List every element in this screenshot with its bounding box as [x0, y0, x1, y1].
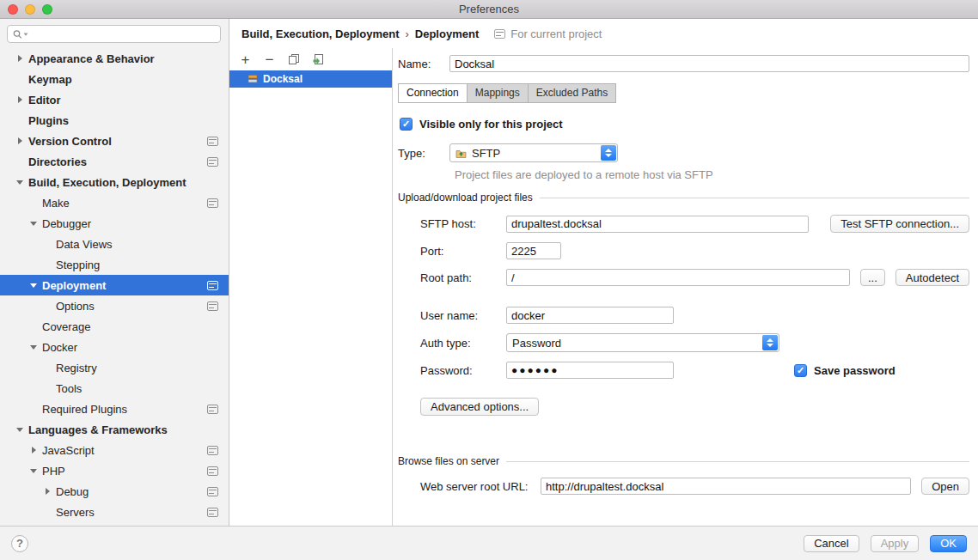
paste-server-icon[interactable] — [311, 52, 324, 66]
arrow-spacer — [15, 110, 28, 131]
expand-arrow-icon[interactable] — [15, 89, 28, 110]
help-button[interactable]: ? — [11, 535, 28, 552]
footer: ? Cancel Apply OK — [0, 526, 978, 560]
password-row: Password: ✓ Save password — [420, 362, 969, 379]
collapse-arrow-icon[interactable] — [29, 213, 42, 234]
dropdown-stepper-icon — [601, 145, 616, 161]
deployment-server-icon — [248, 74, 258, 84]
sidebar-item-make[interactable]: Make — [0, 192, 229, 213]
visible-only-checkbox[interactable]: ✓ — [400, 118, 413, 131]
sidebar-item-label: Coverage — [42, 320, 90, 333]
expand-arrow-icon[interactable] — [29, 440, 42, 460]
tab-excluded-paths[interactable]: Excluded Paths — [528, 83, 616, 103]
expand-arrow-icon[interactable] — [15, 131, 28, 151]
sidebar-item-deployment[interactable]: Deployment — [0, 275, 229, 295]
test-connection-button[interactable]: Test SFTP connection... — [830, 215, 969, 233]
apply-button[interactable]: Apply — [871, 535, 920, 552]
password-input[interactable] — [506, 362, 674, 379]
cancel-button[interactable]: Cancel — [804, 535, 859, 552]
sidebar-item-options[interactable]: Options — [0, 295, 229, 316]
sidebar-item-version-control[interactable]: Version Control — [0, 131, 229, 151]
sidebar-item-php[interactable]: PHP — [0, 460, 229, 481]
arrow-spacer — [15, 69, 28, 89]
type-label: Type: — [398, 147, 449, 160]
expand-arrow-icon[interactable] — [43, 481, 56, 502]
root-path-input[interactable] — [506, 269, 850, 286]
autodetect-button[interactable]: Autodetect — [895, 269, 969, 286]
collapse-arrow-icon[interactable] — [29, 460, 42, 481]
arrow-spacer — [43, 357, 56, 378]
remove-server-icon[interactable]: − — [263, 52, 276, 66]
settings-tree: Appearance & BehaviorKeymapEditorPlugins… — [0, 46, 229, 526]
sidebar-item-tools[interactable]: Tools — [0, 378, 229, 399]
preferences-window: Preferences Appearance & BehaviorKeymapE… — [0, 0, 978, 560]
breadcrumb-parent[interactable]: Build, Execution, Deployment — [241, 27, 399, 40]
name-label: Name: — [398, 58, 449, 70]
sidebar-item-appearance-behavior[interactable]: Appearance & Behavior — [0, 48, 229, 69]
sidebar-item-required-plugins[interactable]: Required Plugins — [0, 399, 229, 419]
sidebar-item-label: Required Plugins — [42, 403, 127, 416]
collapse-arrow-icon[interactable] — [15, 172, 28, 192]
sidebar-item-directories[interactable]: Directories — [0, 151, 229, 172]
check-icon: ✓ — [797, 365, 804, 376]
sidebar-item-stepping[interactable]: Stepping — [0, 254, 229, 275]
sftp-host-label: SFTP host: — [420, 217, 506, 230]
sidebar-item-build-execution-deployment[interactable]: Build, Execution, Deployment — [0, 172, 229, 192]
port-input[interactable] — [506, 242, 561, 259]
project-settings-icon — [207, 301, 218, 311]
browse-root-button[interactable]: ... — [860, 269, 885, 286]
breadcrumb-separator-icon: › — [405, 27, 408, 40]
section-rule — [506, 461, 969, 462]
sidebar-item-javascript[interactable]: JavaScript — [0, 440, 229, 460]
sidebar-item-label: PHP — [42, 465, 65, 478]
server-list-item[interactable]: Docksal — [229, 70, 392, 88]
sidebar-item-debug[interactable]: Debug — [0, 481, 229, 502]
password-label: Password: — [420, 364, 506, 377]
tab-mappings[interactable]: Mappings — [467, 83, 529, 103]
copy-server-icon[interactable] — [287, 52, 300, 66]
type-hint: Project files are deployed to a remote h… — [455, 168, 969, 181]
content-body: + − — [229, 48, 978, 526]
type-select-value: SFTP — [472, 147, 500, 160]
sftp-host-input[interactable] — [506, 216, 809, 233]
web-root-input[interactable] — [541, 478, 911, 495]
name-input[interactable] — [449, 55, 969, 72]
close-button[interactable] — [8, 4, 18, 15]
sidebar-item-keymap[interactable]: Keymap — [0, 69, 229, 89]
sidebar-item-label: JavaScript — [42, 444, 95, 457]
advanced-options-button[interactable]: Advanced options... — [420, 398, 539, 416]
sidebar-item-label: Debugger — [42, 217, 91, 230]
user-name-row: User name: — [420, 307, 969, 324]
auth-type-select[interactable]: Password — [506, 333, 779, 352]
type-select[interactable]: SFTP — [449, 143, 618, 162]
search-input[interactable] — [7, 25, 221, 43]
sidebar-item-registry[interactable]: Registry — [0, 357, 229, 378]
root-path-row: Root path: ... Autodetect — [420, 269, 969, 286]
sidebar-item-label: Editor — [28, 94, 61, 107]
sidebar-item-label: Servers — [56, 506, 95, 519]
project-context-icon — [494, 29, 505, 39]
expand-arrow-icon[interactable] — [15, 48, 28, 69]
tab-connection[interactable]: Connection — [398, 83, 468, 103]
open-button[interactable]: Open — [921, 478, 969, 495]
ok-button[interactable]: OK — [930, 535, 967, 552]
breadcrumb-current: Deployment — [415, 27, 479, 40]
arrow-spacer — [43, 254, 56, 275]
add-server-icon[interactable]: + — [239, 52, 252, 66]
sidebar-item-editor[interactable]: Editor — [0, 89, 229, 110]
save-password-checkbox[interactable]: ✓ — [794, 364, 807, 377]
zoom-button[interactable] — [42, 4, 52, 15]
sidebar-item-coverage[interactable]: Coverage — [0, 316, 229, 337]
sidebar-item-docker[interactable]: Docker — [0, 337, 229, 357]
minimize-button[interactable] — [25, 4, 35, 15]
collapse-arrow-icon[interactable] — [29, 337, 42, 357]
sidebar-item-debugger[interactable]: Debugger — [0, 213, 229, 234]
user-name-input[interactable] — [506, 307, 674, 324]
sidebar-item-servers[interactable]: Servers — [0, 502, 229, 522]
sidebar-item-label: Appearance & Behavior — [28, 52, 155, 65]
sidebar-item-plugins[interactable]: Plugins — [0, 110, 229, 131]
sidebar-item-data-views[interactable]: Data Views — [0, 234, 229, 254]
sidebar-item-languages-frameworks[interactable]: Languages & Frameworks — [0, 419, 229, 440]
collapse-arrow-icon[interactable] — [29, 275, 42, 295]
collapse-arrow-icon[interactable] — [15, 419, 28, 440]
